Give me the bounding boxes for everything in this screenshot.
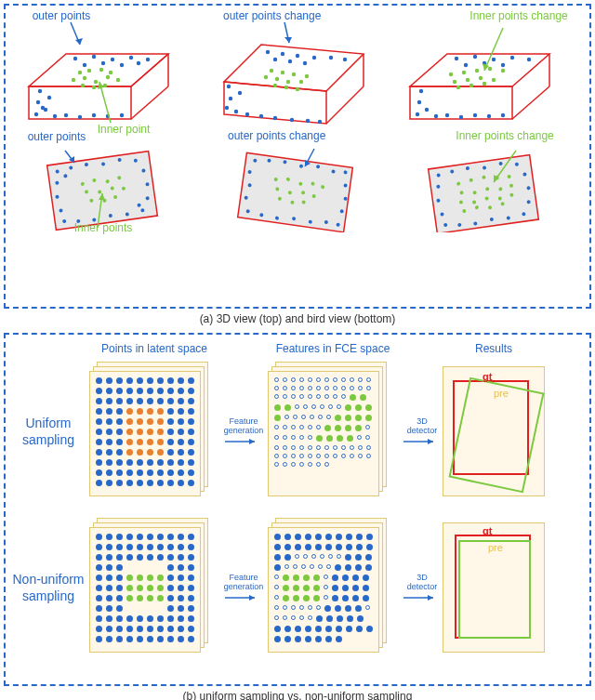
result-nonuniform: gt pre xyxy=(443,522,545,653)
svg-point-16 xyxy=(77,115,81,119)
svg-marker-39 xyxy=(75,38,83,45)
svg-marker-229 xyxy=(428,439,433,444)
svg-point-17 xyxy=(91,113,95,117)
label-outer-change-b2: outer points change xyxy=(228,130,321,142)
svg-point-20 xyxy=(46,96,50,99)
label-uniform: Uniform sampling xyxy=(11,415,86,448)
svg-point-7 xyxy=(110,58,113,61)
svg-point-55 xyxy=(234,110,238,113)
svg-point-94 xyxy=(459,115,463,119)
box3d-3: Inner points change xyxy=(404,13,572,125)
label-feature-gen-2: Feature generation xyxy=(224,573,264,591)
row-3d-boxes: outer points xyxy=(11,13,584,125)
svg-point-34 xyxy=(77,71,81,74)
svg-point-111 xyxy=(469,84,473,87)
stack-uniform-latent xyxy=(89,362,219,501)
bird-svg-3 xyxy=(404,130,572,232)
svg-point-112 xyxy=(483,82,486,86)
caption-b: (b) uniform sampling vs. non-uniform sam… xyxy=(4,690,591,700)
svg-point-24 xyxy=(119,63,123,67)
svg-rect-151 xyxy=(238,152,353,231)
svg-point-46 xyxy=(266,50,270,54)
svg-marker-80 xyxy=(410,86,512,119)
svg-point-56 xyxy=(245,112,249,116)
arrow-detector-2: 3D detector xyxy=(402,573,443,602)
svg-point-89 xyxy=(417,100,421,104)
svg-point-86 xyxy=(510,56,514,59)
arrow-feature-gen-1: Feature generation xyxy=(223,416,264,446)
column-headers: Points in latent space Features in FCE s… xyxy=(86,342,584,355)
svg-point-75 xyxy=(284,86,288,89)
svg-point-49 xyxy=(312,56,316,59)
svg-point-28 xyxy=(93,80,97,84)
svg-line-81 xyxy=(512,86,549,119)
row-nonuniform: Non-uniform sampling Feature generation … xyxy=(11,513,584,662)
bird-svg-1 xyxy=(23,130,191,232)
bird-3: Inner points change xyxy=(404,130,572,232)
svg-point-60 xyxy=(306,119,310,123)
svg-point-63 xyxy=(273,58,277,61)
svg-point-35 xyxy=(86,69,90,73)
gt-label-2: gt xyxy=(483,525,492,536)
gt-label-1: gt xyxy=(483,371,492,382)
svg-point-10 xyxy=(37,89,41,93)
svg-point-48 xyxy=(296,54,299,58)
label-outer-points-change: outer points change xyxy=(223,9,321,22)
pre-label-1: pre xyxy=(494,388,509,399)
label-inner-points-b1: Inner points xyxy=(74,221,133,234)
col-header-latent: Points in latent space xyxy=(86,342,223,355)
label-outer-points: outer points xyxy=(33,9,91,22)
svg-point-105 xyxy=(501,69,505,73)
svg-line-113 xyxy=(484,28,503,71)
svg-point-74 xyxy=(273,84,277,87)
svg-point-101 xyxy=(449,73,453,76)
label-inner-points-change: Inner points change xyxy=(469,9,567,22)
svg-point-53 xyxy=(229,97,232,100)
cube-svg-2 xyxy=(214,13,381,134)
panel-a-3d-bird-view: outer points xyxy=(4,4,591,309)
svg-point-107 xyxy=(466,78,469,82)
svg-point-5 xyxy=(73,57,76,60)
svg-point-25 xyxy=(136,61,139,65)
col-header-results: Results xyxy=(443,342,545,355)
box3d-2: outer points change xyxy=(214,13,381,125)
label-nonuniform: Non-uniform sampling xyxy=(11,571,86,604)
svg-point-98 xyxy=(464,63,468,67)
stack-uniform-fce xyxy=(268,362,398,501)
svg-marker-227 xyxy=(249,439,255,444)
svg-point-61 xyxy=(318,120,322,124)
bird-1: outer points xyxy=(23,130,191,232)
svg-marker-233 xyxy=(428,595,433,601)
svg-point-9 xyxy=(145,58,149,61)
svg-point-69 xyxy=(299,80,303,84)
svg-point-85 xyxy=(492,58,496,61)
svg-point-27 xyxy=(82,76,86,80)
label-feature-gen-1: Feature generation xyxy=(224,416,264,435)
stack-nonuniform-fce xyxy=(268,518,398,657)
caption-a: (a) 3D view (top) and bird view (bottom) xyxy=(4,312,591,325)
svg-point-102 xyxy=(462,71,466,74)
svg-point-97 xyxy=(501,113,505,117)
arrow-feature-gen-2: Feature generation xyxy=(223,573,264,602)
svg-point-103 xyxy=(475,69,479,73)
svg-point-14 xyxy=(52,114,56,118)
svg-marker-78 xyxy=(284,37,292,43)
bird-2: outer points change xyxy=(214,130,381,232)
svg-point-47 xyxy=(281,52,284,56)
svg-point-59 xyxy=(290,118,294,122)
svg-point-70 xyxy=(270,69,273,73)
svg-point-88 xyxy=(419,89,423,93)
svg-point-91 xyxy=(416,112,419,116)
label-inner-change-b3: Inner points change xyxy=(456,130,539,142)
svg-point-95 xyxy=(473,113,477,117)
svg-point-73 xyxy=(305,74,309,78)
svg-point-11 xyxy=(35,100,39,104)
label-detector-2: 3D detector xyxy=(407,573,438,591)
svg-line-3 xyxy=(131,86,168,119)
svg-point-62 xyxy=(238,91,242,95)
svg-point-54 xyxy=(225,106,229,110)
svg-point-29 xyxy=(105,75,109,79)
svg-point-65 xyxy=(303,61,307,65)
svg-point-6 xyxy=(91,55,95,59)
box3d-1: outer points xyxy=(23,13,191,125)
